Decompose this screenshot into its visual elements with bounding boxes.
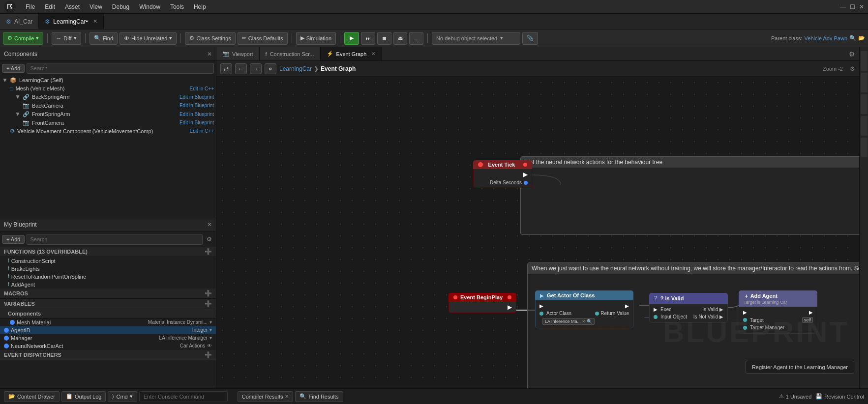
tree-item-backspringarm[interactable]: ▼ 🔗 BackSpringArm Edit in Blueprint xyxy=(0,92,216,101)
menu-tools[interactable]: Tools xyxy=(166,2,188,11)
find-button[interactable]: 🔍 Find xyxy=(90,32,118,45)
actor-class-dropdown[interactable]: LA Inference Ma... ✕ 🔍 xyxy=(542,318,595,325)
tree-item-learningcar[interactable]: ▼ 📦 LearningCar (Self) xyxy=(0,76,216,85)
content-drawer-button[interactable]: 📂 Content Drawer xyxy=(4,391,60,402)
more-button[interactable]: … xyxy=(409,32,423,45)
tree-item-mesh[interactable]: □ Mesh (VehicleMesh) Edit in C++ xyxy=(0,85,216,92)
variables-add-icon[interactable]: ➕ xyxy=(205,300,212,307)
functions-header[interactable]: FUNCTIONS (13 OVERRIDABLE) ➕ xyxy=(0,247,216,257)
backspringarm-edit-link[interactable]: Edit in Blueprint xyxy=(180,94,214,100)
graph-canvas[interactable]: Get the neural network actions for the b… xyxy=(216,77,859,388)
backcamera-edit-link[interactable]: Edit in Blueprint xyxy=(180,103,214,108)
macros-header[interactable]: MACROS ➕ xyxy=(0,289,216,299)
tab-ai-car[interactable]: ⚙ AI_Car xyxy=(0,14,39,29)
search-icon[interactable]: 🔍 xyxy=(849,35,856,41)
actor-class-browse[interactable]: 🔍 xyxy=(587,319,592,324)
maximize-btn[interactable]: ☐ xyxy=(850,3,855,10)
blueprint-close[interactable]: ✕ xyxy=(207,221,212,228)
macros-add-icon[interactable]: ➕ xyxy=(205,290,212,297)
actor-class-clear[interactable]: ✕ xyxy=(582,319,586,324)
components-search-input[interactable] xyxy=(27,63,214,74)
menu-edit[interactable]: Edit xyxy=(41,2,59,11)
compiler-results-close[interactable]: ✕ xyxy=(285,394,289,399)
hide-dropdown[interactable]: ▾ xyxy=(169,35,172,41)
tree-item-frontcamera[interactable]: 📷 FrontCamera Edit in Blueprint xyxy=(0,118,216,127)
add-agent-target-value[interactable]: self xyxy=(802,317,813,323)
compile-button[interactable]: ⚙ Compile ▾ xyxy=(3,32,43,45)
class-defaults-button[interactable]: ✏ Class Defaults xyxy=(238,32,288,45)
hide-unrelated-button[interactable]: 👁 Hide Unrelated ▾ xyxy=(120,32,177,45)
components-vars-header[interactable]: Components xyxy=(0,309,216,318)
graph-view-settings-icon[interactable]: ⚙ xyxy=(850,65,855,72)
blueprint-settings-icon[interactable]: ⚙ xyxy=(205,236,214,243)
right-collapse-btn-1[interactable] xyxy=(861,51,868,71)
mode-toggle[interactable]: ⇄ xyxy=(220,63,232,74)
event-dispatchers-add-icon[interactable]: ➕ xyxy=(205,351,212,358)
vehiclemovement-edit-link[interactable]: Edit in C++ xyxy=(190,128,214,134)
debug-selector[interactable]: No debug object selected ▾ xyxy=(432,32,520,45)
play-button[interactable]: ▶ xyxy=(344,32,359,45)
tab-learning-car[interactable]: ⚙ LearningCar• ✕ xyxy=(39,14,103,29)
tree-item-backcamera[interactable]: 📷 BackCamera Edit in Blueprint xyxy=(0,101,216,110)
cmd-input[interactable] xyxy=(139,391,228,402)
diff-button[interactable]: ↔ Diff ▾ xyxy=(52,32,81,45)
menu-file[interactable]: File xyxy=(22,2,39,11)
get-actor-node[interactable]: ▶ Get Actor Of Class ▶ ▶ Actor Class xyxy=(535,290,633,328)
simulation-button[interactable]: ▶ Simulation xyxy=(296,32,336,45)
viewport-tab[interactable]: 📷 Viewport xyxy=(216,47,260,60)
close-btn[interactable]: ✕ xyxy=(859,3,864,10)
event-dispatchers-header[interactable]: EVENT DISPATCHERS ➕ xyxy=(0,350,216,360)
var-eye-icon[interactable]: 👁 xyxy=(207,343,212,348)
event-tick-node[interactable]: Event Tick ▶ Delta Seconds xyxy=(473,160,532,188)
add-agent-node[interactable]: ＋ Add Agent Target is Learning Car ▶ ▶ T… xyxy=(739,290,817,334)
var-manager[interactable]: Manager LA Inference Manager ▾ xyxy=(0,334,216,342)
right-collapse-btn-4[interactable] xyxy=(861,116,868,136)
func-add-agent[interactable]: f AddAgent xyxy=(0,281,216,289)
frontspringarm-edit-link[interactable]: Edit in Blueprint xyxy=(180,112,214,117)
functions-add-icon[interactable]: ➕ xyxy=(205,248,212,255)
var-mesh-material[interactable]: Mesh Material Material Instance Dynami..… xyxy=(0,318,216,326)
class-settings-button[interactable]: ⚙ Class Settings xyxy=(185,32,235,45)
menu-window[interactable]: Window xyxy=(135,2,164,11)
forward-button[interactable]: → xyxy=(250,63,262,74)
event-graph-tab[interactable]: ⚡ Event Graph ✕ xyxy=(321,47,382,60)
menu-asset[interactable]: Asset xyxy=(61,2,84,11)
revision-control-button[interactable]: 💾 Revision Control xyxy=(815,393,864,400)
back-button[interactable]: ← xyxy=(235,63,247,74)
mesh-edit-link[interactable]: Edit in C++ xyxy=(190,86,214,91)
event-begin-play-node[interactable]: Event BeginPlay ▶ xyxy=(449,293,516,313)
debug-action-btn[interactable]: 📎 xyxy=(522,32,538,45)
func-construction-script[interactable]: f ConstructionScript xyxy=(0,257,216,265)
blueprint-search-input[interactable] xyxy=(27,234,203,245)
variables-header[interactable]: VARIABLES ➕ xyxy=(0,299,216,309)
blueprint-add-button[interactable]: + Add xyxy=(2,235,25,244)
tree-item-vehiclemovement[interactable]: ⚙ Vehicle Movement Component (VehicleMov… xyxy=(0,127,216,135)
construction-tab[interactable]: f Construction Scr... xyxy=(260,47,321,60)
func-brakelights[interactable]: f BrakeLights xyxy=(0,265,216,273)
var-neural-network[interactable]: NeuralNetworkCarAct Car Actions 👁 xyxy=(0,342,216,350)
cmd-button[interactable]: 〉 Cmd ▾ xyxy=(108,391,137,402)
components-add-button[interactable]: + Add xyxy=(2,64,25,73)
minimize-btn[interactable]: — xyxy=(840,3,846,10)
find-results-button[interactable]: 🔍 Find Results xyxy=(295,391,343,402)
right-collapse-btn-5[interactable] xyxy=(861,138,868,157)
compile-dropdown-icon[interactable]: ▾ xyxy=(36,35,39,41)
step-button[interactable]: ⏭ xyxy=(361,32,375,45)
func-reset[interactable]: f ResetToRandomPointOnSpline xyxy=(0,273,216,281)
breadcrumb-root[interactable]: LearningCar xyxy=(279,65,312,72)
compiler-results-button[interactable]: Compiler Results ✕ xyxy=(238,391,294,402)
right-collapse-btn-2[interactable] xyxy=(861,73,868,92)
tab-learning-car-close[interactable]: ✕ xyxy=(93,18,97,25)
is-valid-node[interactable]: ? ? Is Valid ▶ Exec Is Valid ▶ Input Obj… xyxy=(649,293,728,323)
output-log-button[interactable]: 📋 Output Log xyxy=(61,391,106,402)
layout-button[interactable]: ⋄ xyxy=(265,63,276,74)
graph-settings-button[interactable]: ⚙ xyxy=(845,50,859,58)
cmd-dropdown[interactable]: ▾ xyxy=(130,393,133,400)
eject-button[interactable]: ⏏ xyxy=(393,32,407,45)
menu-debug[interactable]: Debug xyxy=(108,2,133,11)
unsaved-status[interactable]: ⚠ 1 Unsaved xyxy=(779,393,812,400)
diff-dropdown[interactable]: ▾ xyxy=(74,35,77,41)
stop-button[interactable]: ⏹ xyxy=(377,32,391,45)
right-collapse-btn-3[interactable] xyxy=(861,94,868,114)
var-agent-id[interactable]: AgentID Integer ▾ xyxy=(0,326,216,334)
